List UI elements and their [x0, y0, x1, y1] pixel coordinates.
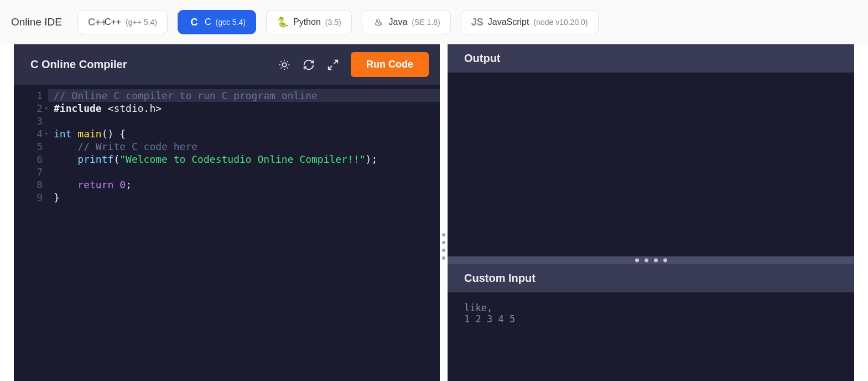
workspace: C Online Compiler Run Code 123456789 // … — [0, 44, 868, 381]
editor-title: C Online Compiler — [30, 58, 127, 71]
brand-title: Online IDE — [11, 16, 62, 28]
code-line[interactable]: #include <stdio.h> — [54, 102, 440, 115]
svg-line-7 — [280, 68, 281, 68]
svg-line-3 — [280, 61, 281, 61]
language-version: (SE 1.8) — [412, 18, 440, 27]
python-icon: 🐍 — [277, 16, 289, 28]
language-version: (g++ 5.4) — [126, 18, 157, 27]
code-line[interactable]: printf("Welcome to Codestudio Online Com… — [54, 153, 440, 166]
language-name: C++ — [105, 17, 121, 27]
editor-panel: C Online Compiler Run Code 123456789 // … — [14, 44, 440, 381]
language-version: (gcc 5.4) — [216, 18, 246, 27]
editor-controls: Run Code — [278, 52, 429, 77]
code-line[interactable]: int main() { — [54, 127, 440, 140]
cplusplus-icon: C++ — [88, 17, 100, 28]
language-name: Python — [293, 17, 321, 27]
header-bar: Online IDE C++C++(g++ 5.4)CC(gcc 5.4)🐍Py… — [0, 0, 868, 44]
vertical-splitter[interactable] — [440, 44, 448, 381]
c-icon: C — [188, 17, 200, 28]
code-editor[interactable]: 123456789 // Online C compiler to run C … — [14, 85, 440, 381]
language-tab-javascript[interactable]: JSJavaScript(node v10.20.0) — [461, 10, 599, 34]
output-body — [448, 73, 854, 256]
language-tab-cplusplus[interactable]: C++C++(g++ 5.4) — [77, 10, 168, 34]
editor-header: C Online Compiler Run Code — [14, 44, 440, 85]
output-title: Output — [448, 44, 854, 73]
code-lines[interactable]: // Online C compiler to run C program on… — [48, 85, 440, 381]
custom-input-body[interactable]: like, 1 2 3 4 5 — [448, 292, 854, 381]
fullscreen-icon[interactable] — [326, 58, 340, 71]
language-tabs: C++C++(g++ 5.4)CC(gcc 5.4)🐍Python(3.5)♨J… — [77, 10, 599, 34]
language-tab-c[interactable]: CC(gcc 5.4) — [178, 10, 256, 34]
code-line[interactable]: return 0; — [54, 178, 440, 191]
code-line[interactable]: } — [54, 191, 440, 204]
language-version: (3.5) — [325, 18, 341, 27]
run-code-button[interactable]: Run Code — [351, 52, 429, 77]
code-line[interactable] — [54, 166, 440, 178]
code-line[interactable]: // Write C code here — [54, 140, 440, 153]
custom-input-title: Custom Input — [448, 264, 854, 292]
svg-line-8 — [287, 61, 288, 61]
reset-icon[interactable] — [302, 58, 315, 71]
language-name: C — [205, 17, 211, 27]
code-line[interactable]: // Online C compiler to run C program on… — [48, 89, 440, 102]
java-icon: ♨ — [372, 16, 384, 28]
svg-line-4 — [287, 68, 288, 68]
language-name: Java — [389, 17, 408, 27]
line-gutter: 123456789 — [14, 85, 48, 381]
language-version: (node v10.20.0) — [533, 18, 588, 27]
svg-point-0 — [282, 63, 286, 66]
horizontal-splitter[interactable] — [448, 256, 854, 264]
language-tab-java[interactable]: ♨Java(SE 1.8) — [362, 10, 451, 34]
right-panel: Output Custom Input like, 1 2 3 4 5 — [448, 44, 854, 381]
language-tab-python[interactable]: 🐍Python(3.5) — [266, 10, 352, 34]
theme-toggle-icon[interactable] — [278, 58, 291, 71]
code-line[interactable] — [54, 115, 440, 127]
javascript-icon: JS — [471, 17, 484, 28]
language-name: JavaScript — [488, 17, 529, 27]
